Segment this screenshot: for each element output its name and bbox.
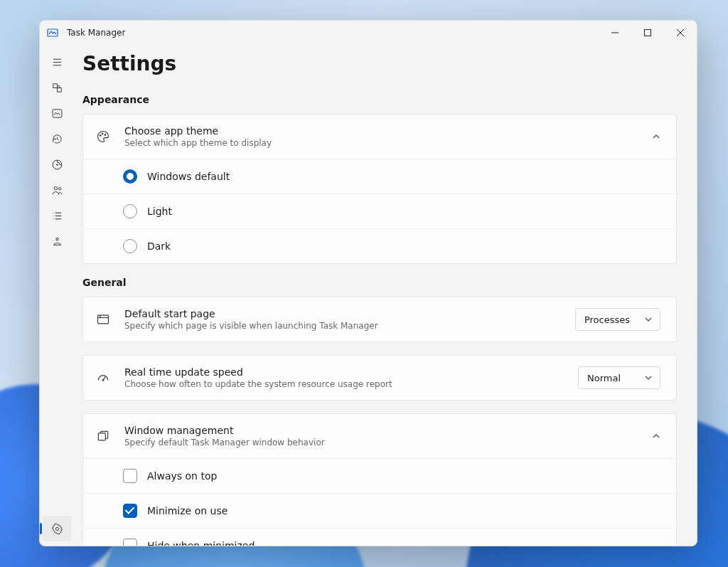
- checkbox-icon: [123, 469, 137, 483]
- card-update-speed: Real time update speed Choose how often …: [82, 355, 677, 401]
- card-start-page: Default start page Specify which page is…: [82, 297, 677, 342]
- theme-option-dark[interactable]: Dark: [83, 228, 676, 263]
- minimize-button[interactable]: [599, 21, 631, 45]
- nav-app-history[interactable]: [43, 126, 71, 152]
- svg-point-13: [58, 187, 61, 190]
- nav-processes[interactable]: [43, 75, 71, 100]
- nav-performance[interactable]: [43, 100, 71, 126]
- svg-point-11: [56, 164, 58, 165]
- card-header-app-theme[interactable]: Choose app theme Select which app theme …: [83, 115, 676, 159]
- windows-icon: [96, 429, 112, 443]
- svg-point-12: [54, 186, 57, 189]
- maximize-button[interactable]: [631, 21, 664, 45]
- card-window-management: Window management Specify default Task M…: [82, 413, 677, 546]
- nav-services[interactable]: [43, 228, 71, 254]
- titlebar: Task Manager: [40, 21, 697, 45]
- checkbox-icon: [123, 504, 137, 518]
- svg-point-22: [102, 133, 103, 134]
- theme-option-light[interactable]: Light: [83, 194, 676, 228]
- radio-icon: [123, 169, 137, 184]
- start-page-title: Default start page: [124, 308, 562, 319]
- window-title: Task Manager: [67, 28, 125, 38]
- svg-point-28: [102, 380, 104, 381]
- chevron-down-icon: [644, 373, 653, 382]
- nav-details[interactable]: [43, 203, 71, 228]
- nav-users[interactable]: [43, 177, 71, 203]
- nav-startup-apps[interactable]: [43, 152, 71, 177]
- card-header-window-management[interactable]: Window management Specify default Task M…: [83, 414, 676, 458]
- page-title: Settings: [82, 45, 680, 91]
- checkbox-icon: [123, 539, 137, 546]
- radio-icon: [123, 204, 137, 218]
- theme-option-windows-default[interactable]: Windows default: [83, 159, 676, 194]
- section-label-appearance: Appearance: [82, 94, 677, 105]
- theme-subtitle: Select which app theme to display: [124, 138, 639, 148]
- svg-point-20: [55, 527, 58, 530]
- svg-rect-29: [98, 433, 105, 440]
- palette-icon: [96, 129, 112, 144]
- winmgmt-minimize-on-use[interactable]: Minimize on use: [83, 493, 676, 528]
- nav-settings[interactable]: [43, 516, 71, 541]
- start-page-select[interactable]: Processes: [575, 308, 660, 331]
- task-manager-window: Task Manager Settings Appear: [39, 20, 697, 546]
- svg-point-23: [105, 134, 106, 136]
- app-icon: [47, 27, 58, 38]
- svg-rect-8: [53, 83, 57, 88]
- svg-point-21: [100, 135, 101, 137]
- start-page-subtitle: Specify which page is visible when launc…: [124, 321, 562, 331]
- winmgmt-subtitle: Specify default Task Manager window beha…: [124, 438, 639, 447]
- svg-rect-2: [645, 30, 651, 36]
- svg-rect-9: [57, 88, 61, 92]
- section-label-general: General: [82, 277, 677, 288]
- theme-title: Choose app theme: [124, 125, 639, 137]
- radio-icon: [123, 239, 137, 253]
- svg-rect-10: [53, 109, 62, 117]
- speed-icon: [96, 371, 112, 385]
- update-speed-title: Real time update speed: [124, 366, 565, 378]
- svg-rect-24: [98, 315, 109, 324]
- winmgmt-always-on-top[interactable]: Always on top: [83, 459, 676, 493]
- sidebar-rail: [40, 45, 74, 546]
- update-speed-select[interactable]: Normal: [578, 366, 660, 389]
- settings-page: Settings Appearance Choose app theme Sel…: [74, 45, 697, 546]
- card-app-theme: Choose app theme Select which app theme …: [82, 114, 677, 264]
- chevron-up-icon: [652, 432, 660, 440]
- card-header-update-speed[interactable]: Real time update speed Choose how often …: [83, 356, 676, 400]
- hamburger-button[interactable]: [43, 49, 71, 75]
- chevron-down-icon: [644, 315, 653, 324]
- winmgmt-title: Window management: [124, 425, 639, 436]
- window-icon: [96, 312, 112, 327]
- close-button[interactable]: [664, 21, 697, 45]
- winmgmt-hide-when-minimized[interactable]: Hide when minimized: [83, 528, 676, 546]
- update-speed-subtitle: Choose how often to update the system re…: [124, 379, 565, 389]
- chevron-up-icon: [652, 132, 660, 141]
- card-header-start-page[interactable]: Default start page Specify which page is…: [83, 297, 676, 341]
